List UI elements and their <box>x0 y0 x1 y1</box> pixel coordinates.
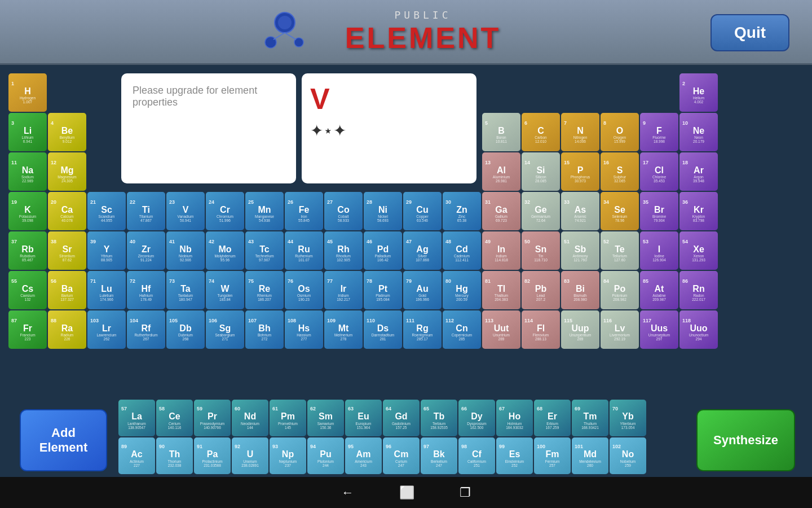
table-row[interactable]: 111RgRoentgmium285.17 <box>403 310 442 349</box>
table-row[interactable]: 52TeTellurium127.60 <box>601 231 639 270</box>
table-row[interactable]: 24CrChromium51.996 <box>206 192 244 230</box>
table-row[interactable]: 50SnTin118.710 <box>522 231 560 270</box>
table-row[interactable]: 97BkBerkelium247 <box>421 437 457 474</box>
table-row[interactable]: 105DbDubnium268 <box>166 310 205 349</box>
table-row[interactable]: 82PbLead207.2 <box>522 271 560 309</box>
table-row[interactable]: 8OOxygen15.999 <box>601 113 639 151</box>
table-row[interactable]: 10NeNeon20.179 <box>679 113 718 151</box>
table-row[interactable]: 39YYttrium88.905 <box>87 231 126 270</box>
table-row[interactable]: 31GaGallium69.723 <box>482 192 520 230</box>
table-row[interactable]: 79AuGold196.966 <box>403 271 442 309</box>
table-row[interactable]: 40ZrZirconium91.224 <box>127 231 165 270</box>
table-row[interactable]: 62SmSamarium150.36 <box>307 400 344 436</box>
table-row[interactable]: 46PdPalladium106.42 <box>364 231 402 270</box>
table-row[interactable]: 38SrStrontium87.62 <box>48 231 86 270</box>
table-row[interactable]: 41NbNiobium92.906 <box>166 231 205 270</box>
table-row[interactable]: 109MtMeitnerium278 <box>324 310 363 349</box>
table-row[interactable]: 66DyDysprosium162.500 <box>458 400 495 436</box>
table-row[interactable]: 94PuPlutonium244 <box>307 437 344 474</box>
table-row[interactable]: 6CCarbon12.010 <box>522 113 560 151</box>
table-row[interactable]: 103LrLawrencium262 <box>87 310 126 349</box>
table-row[interactable]: 95AmAmericium243 <box>345 437 382 474</box>
table-row[interactable]: 23VVanadium50.941 <box>166 192 205 230</box>
table-row[interactable]: 67HoHolmium164.93032 <box>496 400 533 436</box>
table-row[interactable]: 3LiLithium6.941 <box>8 113 47 151</box>
table-row[interactable]: 83BiBismuth208.980 <box>561 271 599 309</box>
table-row[interactable]: 101MdMendelevium260 <box>572 437 608 474</box>
table-row[interactable]: 106SgSeaborgium271 <box>206 310 244 349</box>
table-row[interactable]: 42MoMolybdenum95.96 <box>206 231 244 270</box>
table-row[interactable]: 2HeHelium4.002 <box>679 73 718 112</box>
table-row[interactable]: 30ZnZinc65.38 <box>443 192 481 230</box>
table-row[interactable]: 9FFluorine18.998 <box>640 113 678 151</box>
table-row[interactable]: 99EsEinsteinium252 <box>496 437 533 474</box>
table-row[interactable]: 56BaBarium137.327 <box>48 271 86 309</box>
recent-button[interactable]: ❐ <box>460 485 471 500</box>
table-row[interactable]: 17ClChlorine35.453 <box>640 152 678 191</box>
table-row[interactable]: 14SiSilicon28.085 <box>522 152 560 191</box>
table-row[interactable]: 72HfHafnium178.49 <box>127 271 165 309</box>
table-row[interactable]: 47AgSilver107.868 <box>403 231 442 270</box>
table-row[interactable]: 51SbAntimony121.760 <box>561 231 599 270</box>
table-row[interactable]: 63EuEuropium151.964 <box>345 400 382 436</box>
table-row[interactable]: 87FrFrancium223 <box>8 310 47 349</box>
table-row[interactable]: 4BeBeryllium9.012 <box>48 113 86 151</box>
table-row[interactable]: 1HHydrogen1.007 <box>8 73 47 112</box>
table-row[interactable]: 26FeIron55.845 <box>285 192 323 230</box>
table-row[interactable]: 19KPotassium39.098 <box>8 192 47 230</box>
table-row[interactable]: 58CeCerium140.116 <box>156 400 193 436</box>
table-row[interactable]: 22TiTitanium47.867 <box>127 192 165 230</box>
table-row[interactable]: 84PoPolonium208.982 <box>601 271 639 309</box>
table-row[interactable]: 60NdNeodimium144 <box>232 400 268 436</box>
table-row[interactable]: 13AlAluminium26.981 <box>482 152 520 191</box>
add-element-button[interactable]: Add Element <box>20 409 107 471</box>
table-row[interactable]: 45RhRhodium102.905 <box>324 231 363 270</box>
table-row[interactable]: 7NNitrogen14.006 <box>561 113 599 151</box>
table-row[interactable]: 91PaProtactinium231.03588 <box>194 437 231 474</box>
table-row[interactable]: 33AsArsenic74.921 <box>561 192 599 230</box>
table-row[interactable]: 89AcActinium227 <box>118 437 155 474</box>
table-row[interactable]: 77IrIridium192.217 <box>324 271 363 309</box>
table-row[interactable]: 75ReRhenium186.207 <box>245 271 284 309</box>
table-row[interactable]: 32GeGermanium72.64 <box>522 192 560 230</box>
table-row[interactable]: 96CmCurium247 <box>383 437 420 474</box>
table-row[interactable]: 115UupUnunpentium289 <box>561 310 599 349</box>
table-row[interactable]: 5BBoron10.811 <box>482 113 520 151</box>
table-row[interactable]: 36KrKrypton83.798 <box>679 192 718 230</box>
table-row[interactable]: 16SSulphur32.065 <box>601 152 639 191</box>
table-row[interactable]: 21ScScandium44.955 <box>87 192 126 230</box>
table-row[interactable]: 98CfCalifornium251 <box>458 437 495 474</box>
table-row[interactable]: 110DsDarmstadtium281 <box>364 310 402 349</box>
table-row[interactable]: 102NoNobelium259 <box>610 437 646 474</box>
table-row[interactable]: 116LvLivermorium292.19 <box>601 310 639 349</box>
table-row[interactable]: 12MgMagnesium24.305 <box>48 152 86 191</box>
table-row[interactable]: 25MnManganese54.938 <box>245 192 284 230</box>
table-row[interactable]: 118UuoUnunoctium294 <box>679 310 718 349</box>
table-row[interactable]: 37RbRubidium85.467 <box>8 231 47 270</box>
synthesize-button[interactable]: Synthesize <box>696 409 795 471</box>
table-row[interactable]: 78PtPlatinum195.084 <box>364 271 402 309</box>
home-button[interactable]: ⬜ <box>399 485 414 500</box>
table-row[interactable]: 117UusUnunseptium297 <box>640 310 678 349</box>
table-row[interactable]: 107BhBohrium272 <box>245 310 284 349</box>
back-button[interactable]: ← <box>342 485 354 500</box>
table-row[interactable]: 100FmFermium257 <box>534 437 571 474</box>
table-row[interactable]: 74WTungsten183.84 <box>206 271 244 309</box>
table-row[interactable]: 113UutUnuntrium289 <box>482 310 520 349</box>
table-row[interactable]: 54XeXenon131.293 <box>679 231 718 270</box>
table-row[interactable]: 29CuCopper63.546 <box>403 192 442 230</box>
table-row[interactable]: 55CsCaesium132 <box>8 271 47 309</box>
table-row[interactable]: 92UUranium238.02891 <box>232 437 268 474</box>
table-row[interactable]: 85AtAstatine209.987 <box>640 271 678 309</box>
table-row[interactable]: 76OsOsmium190.23 <box>285 271 323 309</box>
table-row[interactable]: 61PmPromethium145 <box>270 400 306 436</box>
table-row[interactable]: 53IIodine126.904 <box>640 231 678 270</box>
table-row[interactable]: 68ErErbium167.259 <box>534 400 571 436</box>
table-row[interactable]: 34SeSelenium78.96 <box>601 192 639 230</box>
table-row[interactable]: 81TlThallium204.383 <box>482 271 520 309</box>
table-row[interactable]: 80HgMercury200.59 <box>443 271 481 309</box>
quit-button[interactable]: Quit <box>710 14 789 51</box>
table-row[interactable]: 69TmThulium168.93421 <box>572 400 608 436</box>
table-row[interactable]: 48CdCadmium112.411 <box>443 231 481 270</box>
table-row[interactable]: 43TcTechnetium97.907 <box>245 231 284 270</box>
